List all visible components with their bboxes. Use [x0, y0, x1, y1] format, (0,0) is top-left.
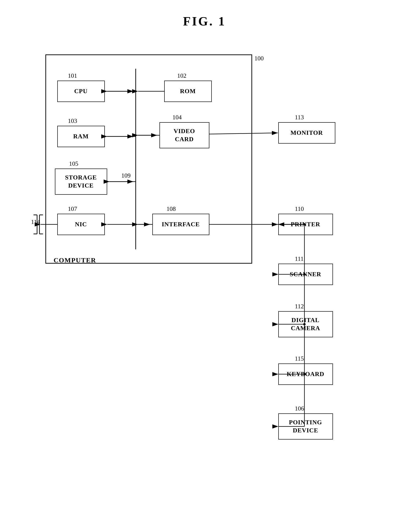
rom-box: ROM [164, 81, 212, 102]
ref-108: 108 [167, 205, 176, 213]
ref-104: 104 [173, 114, 182, 121]
digitalcamera-box: DIGITAL CAMERA [278, 311, 333, 337]
monitor-box: MONITOR [278, 122, 335, 144]
page-title: FIG. 1 [183, 14, 226, 28]
nic-box: NIC [57, 214, 105, 235]
ram-box: RAM [57, 126, 105, 147]
ref-103: 103 [68, 117, 77, 125]
interface-box: INTERFACE [152, 214, 209, 235]
cpu-box: CPU [57, 81, 105, 102]
ref-109: 109 [121, 172, 131, 179]
ref-111: 111 [295, 255, 304, 262]
printer-box: PRINTER [278, 214, 333, 235]
ref-107: 107 [68, 205, 77, 213]
keyboard-box: KEYBOARD [278, 364, 333, 385]
scanner-box: SCANNER [278, 264, 333, 285]
ref-113: 113 [295, 114, 304, 121]
ref-110: 110 [295, 205, 304, 213]
ref-115: 115 [295, 355, 304, 362]
ref-101: 101 [68, 72, 77, 79]
ref-105: 105 [69, 160, 78, 167]
diagram-container: 100 COMPUTER CPU 101 ROM 102 RAM 103 VID… [26, 40, 383, 516]
ref-112: 112 [295, 303, 304, 310]
storage-box: STORAGE DEVICE [55, 168, 107, 195]
pointingdevice-box: POINTING DEVICE [278, 413, 333, 439]
ref-106: 106 [295, 405, 304, 412]
videocard-box: VIDEO CARD [159, 122, 209, 148]
computer-label: COMPUTER [54, 256, 96, 264]
ref-114: 114 [31, 218, 40, 226]
ref-102: 102 [177, 72, 186, 79]
ref-100: 100 [254, 55, 264, 62]
